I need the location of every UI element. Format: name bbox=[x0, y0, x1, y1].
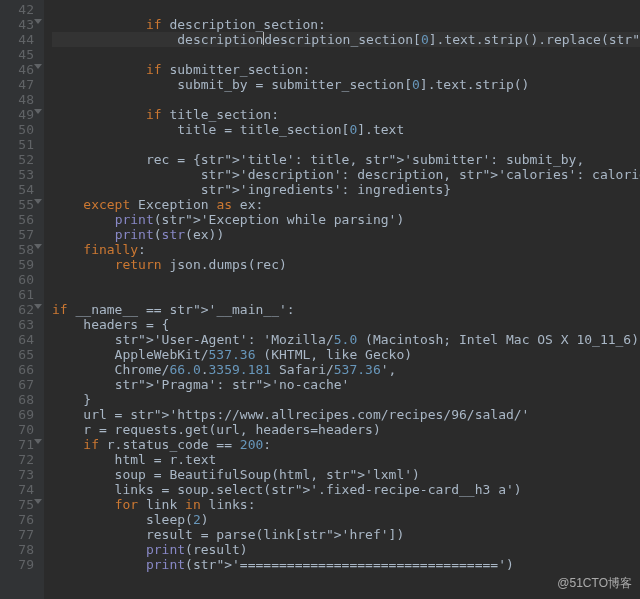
code-line[interactable]: links = soup.select(str">'.fixed-recipe-… bbox=[52, 482, 640, 497]
code-line[interactable]: str">'User-Agent': 'Mozilla/5.0 (Macinto… bbox=[52, 332, 640, 347]
line-number: 56 bbox=[0, 212, 34, 227]
line-number: 62 bbox=[0, 302, 34, 317]
line-number: 47 bbox=[0, 77, 34, 92]
code-line[interactable]: url = str">'https://www.allrecipes.com/r… bbox=[52, 407, 640, 422]
code-line[interactable] bbox=[52, 137, 640, 152]
line-number: 67 bbox=[0, 377, 34, 392]
code-line[interactable]: if __name__ == str">'__main__': bbox=[52, 302, 640, 317]
code-line[interactable]: print(str">'============================… bbox=[52, 557, 640, 572]
line-number: 64 bbox=[0, 332, 34, 347]
line-number: 72 bbox=[0, 452, 34, 467]
fold-icon[interactable] bbox=[34, 499, 42, 504]
line-number: 53 bbox=[0, 167, 34, 182]
line-number: 46 bbox=[0, 62, 34, 77]
code-line[interactable]: descriptiondescription_section[0].text.s… bbox=[52, 32, 640, 47]
line-number: 69 bbox=[0, 407, 34, 422]
code-line[interactable]: except Exception as ex: bbox=[52, 197, 640, 212]
line-number: 79 bbox=[0, 557, 34, 572]
line-number: 45 bbox=[0, 47, 34, 62]
fold-icon[interactable] bbox=[34, 19, 42, 24]
code-line[interactable]: str">'Pragma': str">'no-cache' bbox=[52, 377, 640, 392]
code-line[interactable]: print(str">'Exception while parsing') bbox=[52, 212, 640, 227]
fold-icon[interactable] bbox=[34, 304, 42, 309]
code-line[interactable]: str">'description': description, str">'c… bbox=[52, 167, 640, 182]
code-line[interactable]: if submitter_section: bbox=[52, 62, 640, 77]
line-number: 43 bbox=[0, 17, 34, 32]
line-number: 78 bbox=[0, 542, 34, 557]
line-number: 77 bbox=[0, 527, 34, 542]
code-line[interactable]: for link in links: bbox=[52, 497, 640, 512]
fold-icon[interactable] bbox=[34, 439, 42, 444]
code-line[interactable]: html = r.text bbox=[52, 452, 640, 467]
code-line[interactable] bbox=[52, 92, 640, 107]
fold-icon[interactable] bbox=[34, 244, 42, 249]
code-line[interactable]: result = parse(link[str">'href']) bbox=[52, 527, 640, 542]
code-line[interactable]: AppleWebKit/537.36 (KHTML, like Gecko) bbox=[52, 347, 640, 362]
code-line[interactable]: } bbox=[52, 392, 640, 407]
fold-icon[interactable] bbox=[34, 64, 42, 69]
code-line[interactable]: if description_section: bbox=[52, 17, 640, 32]
line-number-gutter: 4243444546474849505152535455565758596061… bbox=[0, 0, 44, 599]
line-number: 51 bbox=[0, 137, 34, 152]
code-line[interactable]: print(str(ex)) bbox=[52, 227, 640, 242]
line-number: 44 bbox=[0, 32, 34, 47]
line-number: 65 bbox=[0, 347, 34, 362]
line-number: 66 bbox=[0, 362, 34, 377]
code-line[interactable]: title = title_section[0].text bbox=[52, 122, 640, 137]
code-line[interactable]: r = requests.get(url, headers=headers) bbox=[52, 422, 640, 437]
line-number: 74 bbox=[0, 482, 34, 497]
line-number: 52 bbox=[0, 152, 34, 167]
line-number: 59 bbox=[0, 257, 34, 272]
code-line[interactable] bbox=[52, 2, 640, 17]
line-number: 71 bbox=[0, 437, 34, 452]
line-number: 55 bbox=[0, 197, 34, 212]
code-line[interactable]: Chrome/66.0.3359.181 Safari/537.36', bbox=[52, 362, 640, 377]
line-number: 49 bbox=[0, 107, 34, 122]
line-number: 76 bbox=[0, 512, 34, 527]
line-number: 58 bbox=[0, 242, 34, 257]
code-line[interactable]: rec = {str">'title': title, str">'submit… bbox=[52, 152, 640, 167]
code-line[interactable]: soup = BeautifulSoup(html, str">'lxml') bbox=[52, 467, 640, 482]
code-line[interactable]: headers = { bbox=[52, 317, 640, 332]
code-line[interactable] bbox=[52, 287, 640, 302]
line-number: 54 bbox=[0, 182, 34, 197]
line-number: 50 bbox=[0, 122, 34, 137]
code-editor[interactable]: 4243444546474849505152535455565758596061… bbox=[0, 0, 640, 599]
code-line[interactable]: print(result) bbox=[52, 542, 640, 557]
line-number: 42 bbox=[0, 2, 34, 17]
code-line[interactable]: str">'ingredients': ingredients} bbox=[52, 182, 640, 197]
code-line[interactable]: return json.dumps(rec) bbox=[52, 257, 640, 272]
line-number: 61 bbox=[0, 287, 34, 302]
line-number: 60 bbox=[0, 272, 34, 287]
line-number: 73 bbox=[0, 467, 34, 482]
code-line[interactable] bbox=[52, 272, 640, 287]
code-line[interactable]: if r.status_code == 200: bbox=[52, 437, 640, 452]
line-number: 70 bbox=[0, 422, 34, 437]
line-number: 63 bbox=[0, 317, 34, 332]
line-number: 48 bbox=[0, 92, 34, 107]
code-line[interactable]: finally: bbox=[52, 242, 640, 257]
line-number: 57 bbox=[0, 227, 34, 242]
code-line[interactable]: submit_by = submitter_section[0].text.st… bbox=[52, 77, 640, 92]
fold-icon[interactable] bbox=[34, 199, 42, 204]
code-line[interactable] bbox=[52, 47, 640, 62]
fold-icon[interactable] bbox=[34, 109, 42, 114]
code-content[interactable]: if description_section: descriptiondescr… bbox=[44, 0, 640, 599]
code-line[interactable]: if title_section: bbox=[52, 107, 640, 122]
code-line[interactable]: sleep(2) bbox=[52, 512, 640, 527]
line-number: 68 bbox=[0, 392, 34, 407]
line-number: 75 bbox=[0, 497, 34, 512]
